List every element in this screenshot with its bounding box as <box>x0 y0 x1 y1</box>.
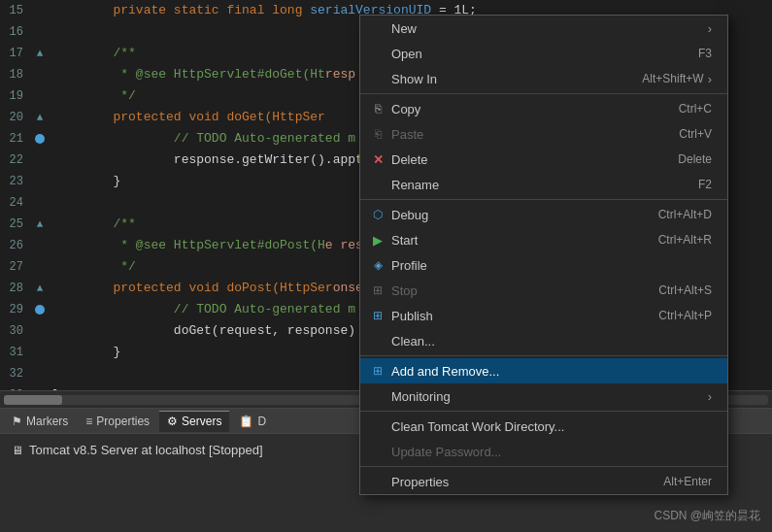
shortcut: Alt+Enter <box>663 475 712 488</box>
line-number: 16 <box>0 21 31 43</box>
menu-item-rename[interactable]: RenameF2 <box>360 172 727 197</box>
menu-item-start[interactable]: ▶StartCtrl+Alt+R <box>360 227 727 252</box>
debug-icon: ⬡ <box>368 208 387 221</box>
line-number: 23 <box>0 171 31 192</box>
line-number: 15 <box>0 0 31 21</box>
menu-label: New <box>391 21 704 36</box>
menu-label: Monitoring <box>391 389 704 404</box>
shortcut: Ctrl+V <box>679 127 712 141</box>
shortcut: Delete <box>678 152 712 166</box>
menu-label: Open <box>391 47 679 61</box>
tab-label: D <box>257 415 266 428</box>
menu-item-update-password: Update Password... <box>360 439 727 464</box>
menu-label: Stop <box>391 283 639 298</box>
context-menu: New›OpenF3Show InAlt+Shift+W›⎘CopyCtrl+C… <box>359 15 728 495</box>
add-remove-icon: ⊞ <box>368 364 387 378</box>
shortcut: Ctrl+Alt+D <box>658 208 712 221</box>
delete-icon: ✕ <box>368 152 387 167</box>
line-number: 31 <box>0 342 31 363</box>
tab-icon: ≡ <box>85 415 92 428</box>
line-number: 26 <box>0 235 31 256</box>
menu-item-paste: ⎗PasteCtrl+V <box>360 121 727 147</box>
menu-label: Start <box>391 233 639 248</box>
panel-tab-markers[interactable]: ⚑Markers <box>4 411 76 432</box>
menu-separator <box>360 466 727 467</box>
line-number: 25 <box>0 214 31 235</box>
menu-item-monitoring[interactable]: Monitoring› <box>360 383 727 409</box>
scroll-thumb[interactable] <box>4 395 62 405</box>
menu-separator <box>360 199 727 200</box>
start-icon: ▶ <box>368 233 387 248</box>
menu-item-clean-tomcat[interactable]: Clean Tomcat Work Directory... <box>360 414 727 439</box>
line-number: 28 <box>0 278 31 299</box>
publish-icon: ⊞ <box>368 309 387 322</box>
menu-item-new[interactable]: New› <box>360 16 727 41</box>
tab-icon: 📋 <box>239 415 253 428</box>
menu-item-publish[interactable]: ⊞PublishCtrl+Alt+P <box>360 303 727 328</box>
menu-label: Clean Tomcat Work Directory... <box>391 419 712 434</box>
submenu-arrow: › <box>708 389 712 404</box>
line-number: 30 <box>0 320 31 342</box>
line-number: 18 <box>0 64 31 85</box>
menu-item-stop: ⊞StopCtrl+Alt+S <box>360 278 727 303</box>
line-number: 29 <box>0 299 31 320</box>
menu-label: Clean... <box>391 334 712 349</box>
panel-tab-data[interactable]: 📋D <box>231 411 274 432</box>
line-gutter: ▲ <box>31 43 49 64</box>
menu-item-copy[interactable]: ⎘CopyCtrl+C <box>360 96 727 121</box>
menu-label: Publish <box>391 309 639 323</box>
line-number: 27 <box>0 256 31 278</box>
line-gutter: ▲ <box>31 278 49 299</box>
menu-label: Show In <box>391 72 622 86</box>
line-gutter <box>31 305 49 315</box>
menu-separator <box>360 411 727 412</box>
tab-icon: ⚑ <box>12 415 22 428</box>
shortcut: Ctrl+Alt+S <box>658 283 712 297</box>
menu-label: Rename <box>391 178 679 192</box>
server-label: Tomcat v8.5 Server at localhost [Stopped… <box>29 443 263 457</box>
menu-item-add-remove[interactable]: ⊞Add and Remove... <box>360 358 727 383</box>
menu-label: Paste <box>391 127 659 142</box>
line-number: 19 <box>0 85 31 107</box>
menu-label: Delete <box>391 152 658 167</box>
line-number: 22 <box>0 150 31 171</box>
line-gutter <box>31 134 49 144</box>
line-gutter: ▲ <box>31 107 49 128</box>
submenu-arrow: › <box>708 21 712 36</box>
menu-label: Copy <box>391 102 659 116</box>
line-number: 32 <box>0 363 31 384</box>
panel-tab-servers[interactable]: ⚙Servers <box>159 411 229 432</box>
watermark: CSDN @岣笠的昙花 <box>654 508 760 524</box>
line-number: 20 <box>0 107 31 128</box>
menu-item-debug[interactable]: ⬡DebugCtrl+Alt+D <box>360 202 727 227</box>
shortcut: F3 <box>698 47 712 60</box>
server-icon: 🖥 <box>12 444 23 457</box>
line-number: 21 <box>0 128 31 150</box>
menu-item-properties[interactable]: PropertiesAlt+Enter <box>360 469 727 494</box>
shortcut: Ctrl+C <box>679 102 712 116</box>
stop-icon: ⊞ <box>368 283 387 297</box>
line-gutter: ▲ <box>31 214 49 235</box>
shortcut: Ctrl+Alt+R <box>658 233 712 247</box>
menu-item-open[interactable]: OpenF3 <box>360 41 727 66</box>
profile-icon: ◈ <box>368 258 387 272</box>
menu-label: Debug <box>391 208 639 222</box>
menu-separator <box>360 355 727 356</box>
menu-item-delete[interactable]: ✕DeleteDelete <box>360 147 727 172</box>
submenu-arrow: › <box>708 72 712 86</box>
paste-icon: ⎗ <box>368 127 387 141</box>
shortcut: Alt+Shift+W <box>642 72 703 85</box>
menu-label: Update Password... <box>391 445 712 459</box>
copy-icon: ⎘ <box>368 102 387 116</box>
menu-item-show-in[interactable]: Show InAlt+Shift+W› <box>360 66 727 91</box>
line-number: 24 <box>0 192 31 214</box>
panel-tab-properties[interactable]: ≡Properties <box>78 411 157 432</box>
line-number: 17 <box>0 43 31 64</box>
menu-label: Properties <box>391 475 644 489</box>
shortcut: Ctrl+Alt+P <box>658 309 712 322</box>
menu-separator <box>360 93 727 94</box>
shortcut: F2 <box>698 178 712 191</box>
menu-item-clean[interactable]: Clean... <box>360 328 727 353</box>
menu-item-profile[interactable]: ◈Profile <box>360 252 727 278</box>
tab-label: Properties <box>96 415 150 428</box>
